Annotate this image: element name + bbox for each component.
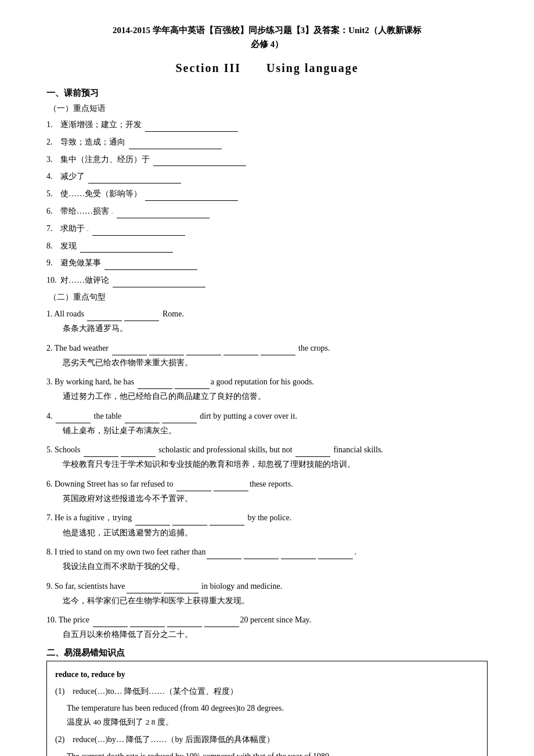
knowledge-item: (2) reduce(…)by… 降低了……（by 后面跟降低的具体幅度）	[55, 732, 479, 747]
part1-section: 一、课前预习 （一）重点短语 1. 逐渐增强；建立；开发 2. 导致；造成；通向…	[46, 88, 488, 642]
section-header: Section III Using language	[46, 60, 488, 76]
list-item: 10. 对……做评论	[46, 273, 488, 287]
sentence-text: 5. Schools scholastic and professional s…	[46, 442, 488, 457]
list-item: 6. 带给……损害 .	[46, 204, 488, 218]
knowledge-example: The current death rate is reduced by 10%…	[67, 749, 479, 756]
sentence-translation: 他是逃犯，正试图逃避警方的追捕。	[63, 527, 488, 539]
sentence-text: 1. All roads Rome.	[46, 306, 488, 321]
sentence-text: 3. By working hard, he has a good reputa…	[46, 374, 488, 389]
sentence-translation: 通过努力工作，他已经给自己的商品建立了良好的信誉。	[63, 390, 488, 403]
sentence-block: 3. By working hard, he has a good reputa…	[46, 374, 488, 404]
list-item: 2. 导致；造成；通向	[46, 135, 488, 149]
sentence-block: 1. All roads Rome. 条条大路通罗马。	[46, 306, 488, 336]
sentence-block: 6. Downing Street has so far refused to …	[46, 476, 488, 506]
sentence-translation: 学校教育只专注于学术知识和专业技能的教育和培养，却忽视了理财技能的培训。	[63, 458, 488, 471]
sub2-title: （二）重点句型	[49, 292, 488, 303]
box-title: reduce to, reduce by	[55, 667, 479, 682]
list-item: 1. 逐渐增强；建立；开发	[46, 117, 488, 132]
sentence-translation: 自五月以来价格降低了百分之二十。	[63, 628, 488, 641]
knowledge-item: (1) reduce(…)to… 降低到……（某个位置、程度）	[55, 684, 479, 699]
sentence-text: 9. So far, scientists have in biology an…	[46, 578, 488, 593]
sentence-translation: 恶劣天气已给农作物带来重大损害。	[63, 357, 488, 369]
list-item: 3. 集中（注意力、经历）于	[46, 152, 488, 167]
sentence-block: 9. So far, scientists have in biology an…	[46, 578, 488, 608]
sentence-translation: 英国政府对这些报道迄今不予置评。	[63, 492, 488, 505]
sentence-translation: 我设法自立而不求助于我的父母。	[63, 560, 488, 573]
knowledge-box: reduce to, reduce by (1) reduce(…)to… 降低…	[46, 661, 488, 756]
list-item: 7. 求助于 .	[46, 221, 488, 236]
document-title: 2014-2015 学年高中英语【百强校】同步练习题【3】及答案：Unit2（人…	[46, 23, 488, 51]
sentence-text: 8. I tried to stand on my own two feet r…	[46, 544, 488, 559]
sentence-text: 4. the table dirt by putting a cover ove…	[46, 408, 488, 423]
sentence-block: 8. I tried to stand on my own two feet r…	[46, 544, 488, 574]
knowledge-example: The temperature has been reduced (from 4…	[67, 701, 479, 715]
part2-section: 二、易混易错知识点 reduce to, reduce by (1) reduc…	[46, 647, 488, 756]
sentence-block: 2. The bad weather the crops. 恶劣天气已给农作物带…	[46, 340, 488, 370]
sentence-translation: 铺上桌布，别让桌子布满灰尘。	[63, 424, 488, 437]
sentence-block: 4. the table dirt by putting a cover ove…	[46, 408, 488, 438]
part2-title: 二、易混易错知识点	[46, 647, 488, 658]
sentence-text: 2. The bad weather the crops.	[46, 340, 488, 355]
sentence-translation: 迄今，科学家们已在生物学和医学上获得重大发现。	[63, 595, 488, 607]
list-item: 8. 发现	[46, 239, 488, 253]
sentence-translation: 条条大路通罗马。	[63, 322, 488, 335]
part1-title: 一、课前预习	[46, 88, 488, 99]
sentence-block: 10. The price 20 percent since May. 自五月以…	[46, 612, 488, 642]
list-item: 5. 使……免受（影响等）	[46, 186, 488, 201]
knowledge-translation: 温度从 40 度降低到了 2 8 度。	[67, 715, 479, 729]
list-item: 4. 减少了	[46, 169, 488, 183]
list-item: 9. 避免做某事	[46, 255, 488, 270]
sentence-block: 7. He is a fugitive，trying by the police…	[46, 510, 488, 539]
sentence-text: 6. Downing Street has so far refused to …	[46, 476, 488, 491]
sentence-text: 7. He is a fugitive，trying by the police…	[46, 510, 488, 525]
sentence-text: 10. The price 20 percent since May.	[46, 612, 488, 627]
sentence-block: 5. Schools scholastic and professional s…	[46, 442, 488, 471]
sub1-title: （一）重点短语	[49, 103, 488, 114]
